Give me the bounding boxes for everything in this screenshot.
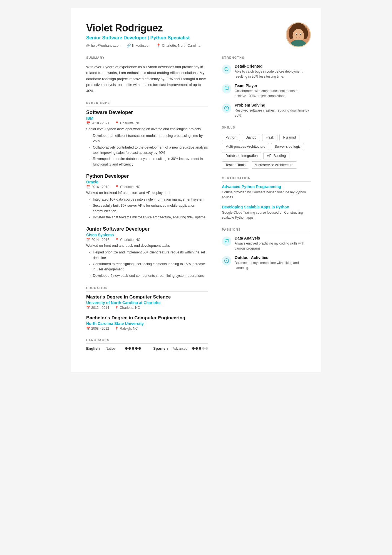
edu-masters: Master's Degree in Computer Science Univ…	[86, 294, 208, 310]
skill-database-integration: Database Integration	[222, 152, 261, 159]
dot	[192, 347, 195, 350]
loc-icon: 📍	[115, 185, 119, 189]
bullet-item: Initiated the shift towards microservice…	[89, 215, 208, 220]
skill-testing-tools: Testing Tools	[222, 161, 249, 169]
edu-degree-0: Master's Degree in Computer Science	[86, 294, 208, 300]
skill-serverside: Server-side logic	[271, 143, 304, 150]
skill-multiprocess: Multi-process Architecture	[222, 143, 269, 150]
strength-title-1: Team Player	[235, 83, 311, 88]
job-bullets-2: Helped prioritize and implement 50+ clie…	[86, 250, 208, 278]
languages-label: LANGUAGES	[86, 338, 208, 344]
strength-detail-oriented: Detail-Oriented Able to catch bugs in co…	[222, 64, 311, 79]
edu-bachelors: Bachelor's Degree in Computer Engineerin…	[86, 315, 208, 330]
linkedin-value: linkedin.com	[132, 44, 151, 48]
svg-point-7	[296, 34, 297, 35]
strength-content-1: Team Player Collaborated with cross-func…	[235, 83, 311, 98]
lang-dots-0	[125, 347, 141, 350]
passion-outdoor: Outdoor Activities Balance out my screen…	[222, 255, 311, 270]
skills-label: SKILLS	[222, 126, 311, 131]
lang-english: English Native	[86, 346, 141, 351]
lang-name-1: Spanish	[153, 346, 170, 351]
dot	[125, 347, 128, 350]
svg-line-11	[227, 70, 228, 71]
strength-title-2: Problem Solving	[235, 103, 311, 107]
left-column: SUMMARY With over 7 years of experience …	[86, 56, 208, 358]
job-bullets-0: Developed an efficient transaction modul…	[86, 133, 208, 167]
loc-icon: 📍	[115, 121, 119, 125]
job-cisco: Junior Software Developer Cisco Systems …	[86, 226, 208, 278]
cal-icon: 📅	[86, 121, 90, 125]
job-title-1: Python Developer	[86, 173, 208, 179]
cal-icon: 📅	[86, 185, 90, 189]
lang-name-0: English	[86, 346, 103, 351]
resume-container: Violet Rodriguez Senior Software Develop…	[71, 8, 321, 372]
job-meta-0: 📅 2018 - 2021 📍 Charlotte, NC	[86, 121, 208, 125]
certification-section: CERTIFICATION Advanced Python Programmin…	[222, 176, 311, 220]
edu-meta-1: 📅 2008 - 2012 📍 Raleigh, NC	[86, 327, 208, 330]
linkedin-contact: 🔗 linkedin.com	[126, 43, 151, 48]
candidate-name: Violet Rodriguez	[86, 22, 200, 34]
edu-location-0: 📍 Charlotte, NC	[115, 306, 140, 310]
dot	[199, 347, 201, 350]
strength-content-0: Detail-Oriented Able to catch bugs in co…	[235, 64, 311, 79]
passion-title-1: Outdoor Activities	[235, 255, 311, 260]
data-analysis-icon	[222, 236, 231, 246]
dot	[138, 347, 141, 350]
lang-dots-1	[192, 347, 208, 350]
job-company-1: Oracle	[86, 180, 208, 184]
dot	[195, 347, 198, 350]
job-location-0: 📍 Charlotte, NC	[115, 121, 140, 125]
header-info: Violet Rodriguez Senior Software Develop…	[86, 22, 200, 48]
experience-label: EXPERIENCE	[86, 102, 208, 107]
detail-oriented-icon	[222, 65, 231, 74]
job-location-1: 📍 Charlotte, NC	[115, 185, 140, 189]
job-dates-1: 📅 2016 - 2018	[86, 185, 109, 189]
skill-microservice: Microservice Architecture	[251, 161, 297, 169]
cert-title-1: Developing Scalable Apps in Python	[222, 205, 311, 209]
skills-grid: Python Django Flask Pyramid Multi-proces…	[222, 134, 311, 169]
dot	[202, 347, 205, 350]
experience-section: EXPERIENCE Software Developer IBM 📅 2018…	[86, 102, 208, 278]
outdoor-icon	[222, 256, 231, 265]
dot	[132, 347, 134, 350]
job-dates-2: 📅 2014 - 2016	[86, 238, 109, 242]
cert-desc-1: Google Cloud Training course focused on …	[222, 210, 311, 220]
job-meta-1: 📅 2016 - 2018 📍 Charlotte, NC	[86, 185, 208, 189]
job-title-0: Software Developer	[86, 110, 208, 115]
passion-desc-1: Balance out my screen time with hiking a…	[235, 260, 311, 270]
summary-section: SUMMARY With over 7 years of experience …	[86, 56, 208, 94]
certification-label: CERTIFICATION	[222, 176, 311, 182]
cert-title-0: Advanced Python Programming	[222, 184, 311, 189]
job-company-2: Cisco Systems	[86, 233, 208, 237]
job-ibm: Software Developer IBM 📅 2018 - 2021 📍 C…	[86, 110, 208, 167]
education-label: EDUCATION	[86, 286, 208, 292]
header-section: Violet Rodriguez Senior Software Develop…	[86, 22, 311, 48]
cal-icon: 📅	[86, 306, 90, 310]
right-column: STRENGTHS Detail-Oriented Able to catch …	[222, 56, 311, 358]
job-desc-1: Worked on backend infrastructure and API…	[86, 190, 208, 196]
lang-level-0: Native	[106, 347, 122, 351]
loc-icon: 📍	[115, 306, 119, 310]
cert-1: Developing Scalable Apps in Python Googl…	[222, 205, 311, 220]
summary-label: SUMMARY	[86, 56, 208, 61]
location-icon: 📍	[156, 43, 161, 48]
link-icon: 🔗	[126, 43, 131, 48]
strengths-section: STRENGTHS Detail-Oriented Able to catch …	[222, 56, 311, 118]
edu-degree-1: Bachelor's Degree in Computer Engineerin…	[86, 315, 208, 321]
skill-flask: Flask	[262, 134, 278, 141]
email-value: help@enhancv.com	[91, 44, 121, 48]
bullet-item: Helped prioritize and implement 50+ clie…	[89, 250, 208, 261]
email-contact: @ help@enhancv.com	[86, 43, 121, 48]
skill-api-building: API Building	[263, 152, 289, 159]
passion-data-analysis: Data Analysis Always enjoyed practicing …	[222, 236, 311, 251]
skill-django: Django	[242, 134, 260, 141]
edu-dates-0: 📅 2012 - 2014	[86, 306, 109, 310]
candidate-title: Senior Software Developer | Python Speci…	[86, 35, 200, 41]
job-bullets-1: Integrated 10+ data sources into single …	[86, 197, 208, 220]
bullet-item: Successfully built 15+ server APIs for e…	[89, 203, 208, 214]
location-value: Charlotte, North Carolina	[162, 44, 200, 48]
edu-location-1: 📍 Raleigh, NC	[115, 327, 138, 330]
dot	[135, 347, 138, 350]
loc-icon: 📍	[115, 327, 119, 330]
svg-point-10	[225, 67, 228, 71]
